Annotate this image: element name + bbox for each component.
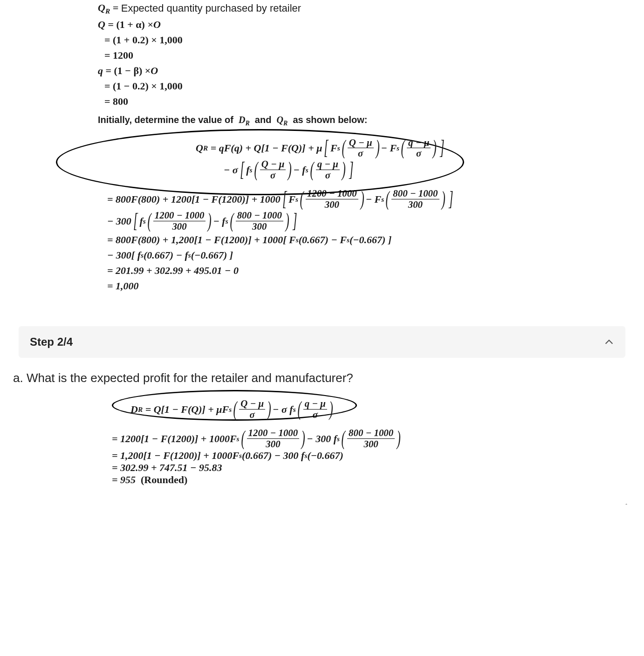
- DR-sub-line3: = 302.99 + 747.51 − 95.83: [98, 462, 644, 474]
- formula-callout-1: QR = qF(q) + Q[1 − F(Q)] + μ [ Fs ( Q − …: [126, 135, 616, 184]
- q-eq-1: q = (1 − β) × O: [98, 63, 644, 78]
- q-eq-2: = (1 − 0.2) × 1,000: [98, 78, 644, 94]
- QR-sub-line4: − 300[ fs(0.667) − fs(−0.667) ]: [98, 247, 644, 263]
- QR-sub-line6: = 1,000: [98, 278, 644, 294]
- step-header[interactable]: Step 2/4: [19, 326, 625, 358]
- QR-sub-line1: = 800F(800) + 1200[1 − F(1200)] + 1000 […: [98, 188, 644, 210]
- question-text: a. What is the expected profit for the r…: [13, 371, 625, 385]
- page: QR = Expected quantity purchased by reta…: [0, 0, 644, 505]
- DR-sub-line2: = 1,200[1 − F(1200)] + 1000Fs(0.667) − 3…: [98, 450, 644, 462]
- Q-eq-2: = (1 + 0.2) × 1,000: [98, 32, 644, 48]
- q-eq-3: = 800: [98, 94, 644, 109]
- Q-eq-3: = 1200: [98, 48, 644, 63]
- DR-sub-line1: = 1200[1 − F(1200)] + 1000Fs ( 1200 − 10…: [98, 428, 644, 450]
- page-scroll-chevron-icon[interactable]: [618, 501, 640, 505]
- step-header-label: Step 2/4: [30, 335, 73, 348]
- Q-eq-1: Q = (1 + α) × O: [98, 17, 644, 32]
- step2-math: DR = Q[1 − F(Q)] + μFs ( Q − μσ ) − σ fs…: [98, 396, 644, 486]
- instruction-line: Initially, determine the value of DR and…: [98, 113, 644, 128]
- definition-line: QR = Expected quantity purchased by reta…: [98, 0, 644, 17]
- QR-formula-line1: QR = qF(q) + Q[1 − F(Q)] + μ [ Fs ( Q − …: [196, 137, 607, 159]
- QR-formula-line2: − σ [ fs ( Q − μσ ) − fs ( q − μσ ) ]: [196, 159, 607, 181]
- step1-math: QR = Expected quantity purchased by reta…: [98, 0, 644, 294]
- chevron-up-icon: [604, 337, 614, 347]
- QR-sub-line3: = 800F(800) + 1,200[1 − F(1200)] + 1000[…: [98, 232, 644, 247]
- QR-sub-line5: = 201.99 + 302.99 + 495.01 − 0: [98, 263, 644, 278]
- DR-formula-line1: DR = Q[1 − F(Q)] + μFs ( Q − μσ ) − σ fs…: [130, 398, 607, 420]
- QR-sub-line2: − 300 [ fs ( 1200 − 1000300 ) − fs ( 800…: [98, 210, 644, 232]
- DR-sub-line4: = 955 (Rounded): [98, 474, 644, 486]
- formula-callout-2: DR = Q[1 − F(Q)] + μFs ( Q − μσ ) − σ fs…: [126, 396, 616, 423]
